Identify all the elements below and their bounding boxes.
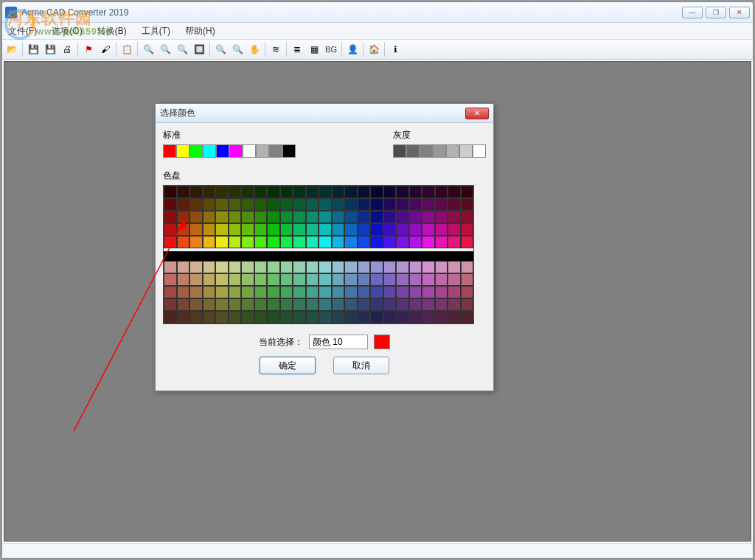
palette-cell[interactable]	[396, 273, 409, 286]
palette-cell[interactable]	[396, 236, 409, 248]
palette-cell[interactable]	[319, 211, 332, 223]
palette-cell[interactable]	[203, 298, 216, 311]
palette-cell[interactable]	[409, 186, 422, 198]
palette-cell[interactable]	[332, 186, 345, 198]
palette-cell[interactable]	[203, 223, 216, 236]
palette-cell[interactable]	[344, 236, 358, 248]
palette-cell[interactable]	[448, 311, 461, 323]
palette-cell[interactable]	[177, 236, 190, 248]
palette-cell[interactable]	[422, 223, 435, 236]
palette-cell[interactable]	[461, 311, 474, 323]
palette-cell[interactable]	[435, 298, 448, 311]
flag-icon[interactable]: ⚑	[80, 41, 97, 57]
palette-cell[interactable]	[254, 286, 268, 298]
palette-cell[interactable]	[254, 261, 268, 273]
pan-icon[interactable]: ✋	[246, 41, 262, 57]
user-icon[interactable]: 👤	[344, 41, 361, 57]
palette-cell[interactable]	[267, 261, 280, 273]
palette-cell[interactable]	[461, 273, 474, 286]
palette-cell[interactable]	[448, 198, 461, 211]
palette-cell[interactable]	[189, 261, 203, 273]
zoom-window-icon[interactable]: 🔲	[191, 41, 207, 57]
palette-cell[interactable]	[229, 298, 242, 311]
palette-cell[interactable]	[422, 236, 435, 248]
gray-swatch[interactable]	[406, 144, 420, 158]
palette-cell[interactable]	[267, 198, 280, 211]
zoom-fit-icon[interactable]: 🔍	[174, 41, 190, 57]
palette-cell[interactable]	[164, 186, 177, 198]
save-icon[interactable]: 💾	[25, 41, 41, 57]
palette-cell[interactable]	[332, 298, 345, 311]
palette-cell[interactable]	[203, 311, 216, 323]
palette-cell[interactable]	[409, 211, 422, 223]
palette-cell[interactable]	[396, 298, 409, 311]
palette-cell[interactable]	[383, 198, 397, 211]
palette-cell[interactable]	[306, 211, 319, 223]
palette-cell[interactable]	[358, 198, 371, 211]
palette-cell[interactable]	[229, 211, 242, 223]
palette-cell[interactable]	[280, 198, 293, 211]
zoom-prev-icon[interactable]: 🔍	[212, 41, 229, 57]
palette-cell[interactable]	[306, 298, 319, 311]
palette-cell[interactable]	[422, 286, 435, 298]
palette-cell[interactable]	[293, 311, 306, 323]
palette-cell[interactable]	[177, 186, 190, 198]
palette-cell[interactable]	[164, 261, 177, 273]
menu-options[interactable]: 选项(O)	[49, 25, 85, 38]
palette-cell[interactable]	[319, 286, 332, 298]
standard-swatch[interactable]	[269, 144, 282, 158]
palette-cell[interactable]	[189, 236, 203, 248]
palette-cell[interactable]	[409, 286, 422, 298]
copy-icon[interactable]: 📋	[119, 41, 135, 57]
palette-cell[interactable]	[215, 186, 229, 198]
bg-button[interactable]: BG	[323, 41, 339, 57]
palette-cell[interactable]	[189, 211, 203, 223]
gray-swatch[interactable]	[393, 144, 406, 158]
palette-cell[interactable]	[306, 261, 319, 273]
palette-cell[interactable]	[203, 286, 216, 298]
palette-cell[interactable]	[332, 198, 345, 211]
palette-cell[interactable]	[319, 186, 332, 198]
palette-cell[interactable]	[164, 223, 177, 236]
layers-icon[interactable]: ≋	[268, 41, 284, 57]
zoom-next-icon[interactable]: 🔍	[229, 41, 246, 57]
palette-cell[interactable]	[306, 311, 319, 323]
palette-cell[interactable]	[358, 261, 371, 273]
palette-cell[interactable]	[344, 198, 358, 211]
palette-cell[interactable]	[177, 273, 190, 286]
standard-swatch[interactable]	[282, 144, 296, 158]
palette-cell[interactable]	[215, 198, 229, 211]
palette-cell[interactable]	[396, 198, 409, 211]
palette-cell[interactable]	[293, 186, 306, 198]
palette-cell[interactable]	[344, 311, 358, 323]
palette-cell[interactable]	[306, 286, 319, 298]
palette-cell[interactable]	[267, 273, 280, 286]
palette-cell[interactable]	[332, 211, 345, 223]
palette-cell[interactable]	[280, 311, 293, 323]
palette-cell[interactable]	[280, 261, 293, 273]
palette-cell[interactable]	[164, 286, 177, 298]
palette-cell[interactable]	[422, 198, 435, 211]
standard-swatch[interactable]	[163, 144, 176, 158]
palette-cell[interactable]	[241, 286, 254, 298]
palette-cell[interactable]	[241, 211, 254, 223]
palette-cell[interactable]	[267, 311, 280, 323]
palette-cell[interactable]	[422, 311, 435, 323]
palette-cell[interactable]	[164, 236, 177, 248]
cancel-button[interactable]: 取消	[333, 357, 389, 374]
palette-cell[interactable]	[422, 298, 435, 311]
palette-cell[interactable]	[358, 223, 371, 236]
linetype-icon[interactable]: ≣	[289, 41, 305, 57]
palette-cell[interactable]	[422, 261, 435, 273]
palette-cell[interactable]	[229, 223, 242, 236]
palette-cell[interactable]	[319, 298, 332, 311]
palette-cell[interactable]	[332, 311, 345, 323]
palette-cell[interactable]	[383, 286, 397, 298]
palette-cell[interactable]	[319, 273, 332, 286]
palette-cell[interactable]	[319, 198, 332, 211]
palette-cell[interactable]	[293, 211, 306, 223]
palette-cell[interactable]	[383, 211, 397, 223]
palette-cell[interactable]	[229, 286, 242, 298]
home-icon[interactable]: 🏠	[366, 41, 382, 57]
palette-cell[interactable]	[164, 273, 177, 286]
